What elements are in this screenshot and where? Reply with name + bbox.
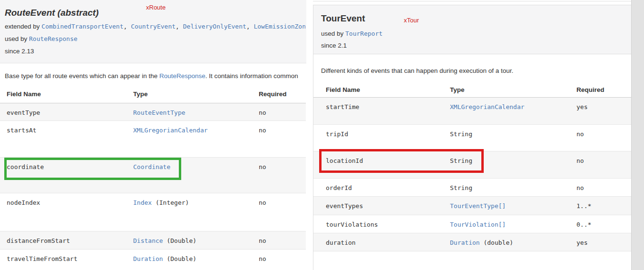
field-type-cell: XMLGregorianCalendar [133, 121, 259, 157]
description-text: . It contains information common [205, 72, 298, 80]
field-name-cell: eventType [0, 103, 133, 120]
type-suffix: (Double) [163, 237, 196, 244]
table-row: eventTypeRouteEventTypeno [0, 103, 306, 121]
column-header: Type [133, 86, 259, 103]
extended-by-type-link[interactable]: CombinedTransportEvent [41, 23, 123, 30]
required-cell: no [259, 103, 306, 120]
used-by-label: used by [321, 30, 345, 37]
type-link[interactable]: Duration [450, 239, 480, 246]
field-name-cell: coordinate [0, 158, 133, 193]
table-row: tripIdStringno [313, 125, 644, 151]
used-by-line: used by TourReport [321, 29, 635, 38]
table-row: coordinateCoordinateno [0, 158, 306, 193]
separator: , [176, 23, 183, 30]
xroute-tag: xRoute [146, 3, 166, 11]
table-row: travelTimeFromStartDuration (Double)no [0, 250, 306, 270]
extended-by-line: extended by CombinedTransportEvent, Coun… [5, 22, 305, 31]
column-header: Field Name [313, 81, 450, 97]
separator: , [246, 23, 254, 30]
field-name-cell: orderId [313, 179, 450, 196]
used-by-link[interactable]: RouteResponse [29, 35, 78, 42]
used-by-label: used by [5, 35, 29, 42]
field-name-cell: startsAt [0, 121, 133, 157]
field-name-cell: nodeIndex [0, 193, 133, 231]
column-header: Field Name [0, 86, 133, 103]
type-text: String [450, 184, 472, 191]
field-name-cell: tourViolations [313, 215, 450, 233]
table-row: eventTypesTourEventType[]1..* [313, 197, 644, 215]
vertical-scrollbar[interactable] [631, 0, 644, 270]
tour-event-header: TourEvent xTour used by TourReport since… [313, 5, 644, 54]
route-event-header: RouteEvent (abstract) xRoute extended by… [0, 0, 306, 63]
table-row: startTimeXMLGregorianCalendaryes [313, 98, 644, 125]
table-row: distanceFromStartDistance (Double)no [0, 231, 306, 250]
since-line: since 2.13 [5, 47, 305, 56]
required-cell: no [259, 158, 306, 193]
table-header-row: Field NameTypeRequired [0, 86, 306, 103]
required-cell: no [259, 121, 306, 157]
type-link[interactable]: Duration [133, 255, 163, 262]
type-link[interactable]: XMLGregorianCalendar [450, 103, 525, 110]
type-link[interactable]: RouteEventType [133, 109, 185, 116]
extended-by-type-link[interactable]: LowEmissionZone [254, 23, 305, 30]
used-by-line: used by RouteResponse [5, 34, 305, 43]
field-type-cell: TourViolation[] [450, 215, 576, 233]
field-name-cell: distanceFromStart [0, 231, 133, 249]
field-type-cell: Duration (double) [450, 233, 576, 251]
field-type-cell: Index (Integer) [133, 193, 259, 231]
tour-event-panel: TourEvent xTour used by TourReport since… [313, 5, 644, 270]
tour-event-description: Different kinds of events that can happe… [321, 66, 635, 75]
type-link[interactable]: TourViolation[] [450, 221, 506, 228]
field-type-cell: Distance (Double) [133, 231, 259, 249]
table-row: startsAtXMLGregorianCalendarno [0, 121, 306, 158]
field-type-cell: Duration (Double) [133, 250, 259, 270]
since-line: since 2.1 [321, 41, 635, 50]
type-link[interactable]: Distance [133, 237, 163, 244]
type-text: String [450, 130, 472, 138]
type-suffix: (Integer) [152, 199, 189, 206]
table-row: tourViolationsTourViolation[]0..* [313, 215, 644, 233]
tour-event-table: Field NameTypeRequired startTimeXMLGrego… [313, 81, 644, 251]
table-body: startTimeXMLGregorianCalendaryestripIdSt… [313, 98, 644, 251]
field-type-cell: XMLGregorianCalendar [450, 98, 576, 124]
route-event-description: Base type for all route events which can… [5, 71, 306, 80]
extended-by-type-link[interactable]: DeliveryOnlyEvent [183, 23, 246, 30]
table-header-row: Field NameTypeRequired [313, 81, 644, 98]
type-suffix: (Double) [163, 255, 196, 262]
table-body: eventTypeRouteEventTypenostartsAtXMLGreg… [0, 103, 306, 270]
route-event-panel: RouteEvent (abstract) xRoute extended by… [0, 0, 306, 270]
api-doc-page: RouteEvent (abstract) xRoute extended by… [0, 0, 644, 270]
type-link[interactable]: Coordinate [133, 163, 170, 170]
required-cell: no [259, 231, 306, 249]
separator: , [124, 23, 131, 30]
type-text: String [450, 157, 472, 164]
field-name-cell: tripId [313, 125, 450, 151]
field-type-cell: String [450, 179, 576, 196]
route-response-link[interactable]: RouteResponse [159, 72, 205, 80]
field-name-cell: duration [313, 233, 450, 251]
extended-by-label: extended by [5, 23, 41, 30]
extended-by-type-link[interactable]: CountryEvent [131, 23, 176, 30]
field-name-cell: travelTimeFromStart [0, 250, 133, 270]
field-type-cell: TourEventType[] [450, 197, 576, 215]
field-name-cell: startTime [313, 98, 450, 124]
field-type-cell: RouteEventType [133, 103, 259, 120]
table-row: durationDuration (double)yes [313, 233, 644, 251]
field-type-cell: Coordinate [133, 158, 259, 193]
divider-line [313, 1, 644, 1]
column-header: Type [450, 81, 576, 97]
xtour-tag: xTour [404, 16, 419, 24]
type-link[interactable]: TourEventType[] [450, 202, 506, 210]
column-header: Required [259, 86, 306, 103]
route-event-table: Field NameTypeRequired eventTypeRouteEve… [0, 86, 306, 270]
table-row: locationIdStringno [313, 151, 644, 179]
used-by-link[interactable]: TourReport [345, 30, 382, 37]
field-type-cell: String [450, 151, 576, 178]
type-link[interactable]: XMLGregorianCalendar [133, 127, 208, 134]
type-link[interactable]: Index [133, 199, 152, 206]
description-text: Base type for all route events which can… [5, 72, 159, 80]
tour-event-title: TourEvent [321, 12, 365, 25]
field-name-cell: locationId [313, 151, 450, 178]
route-event-title: RouteEvent (abstract) [5, 7, 98, 19]
field-type-cell: String [450, 125, 576, 151]
